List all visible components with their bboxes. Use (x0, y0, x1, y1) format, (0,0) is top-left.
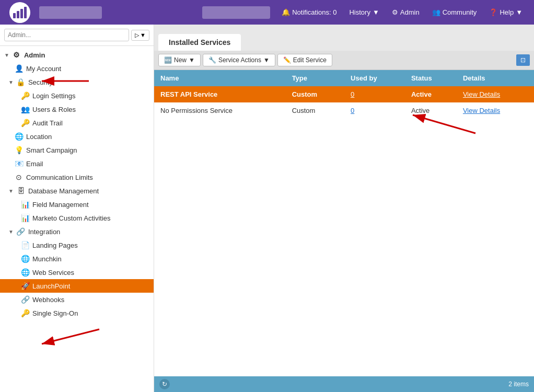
help-chevron-icon: ▼ (516, 8, 523, 16)
admin-nav-item[interactable]: ⚙ Admin (386, 0, 426, 25)
sidebar-login-settings-label: Login Settings (32, 92, 75, 100)
table-body: REST API Service Custom 0 Active View De… (154, 86, 534, 119)
sidebar-item-single-sign-on[interactable]: 🔑 Single Sign-On (0, 306, 154, 320)
status-bar-left: ↻ (159, 379, 170, 389)
sidebar-item-munchkin[interactable]: 🌐 Munchkin (0, 252, 154, 266)
table-row: No Permissions Service Custom 0 Active V… (154, 102, 534, 119)
collapse-arrow-admin: ▼ (4, 52, 9, 58)
sidebar-search-button[interactable]: ▷ ▼ (131, 30, 149, 41)
sso-icon: 🔑 (21, 309, 29, 317)
collapse-arrow-integration: ▼ (8, 229, 14, 235)
installed-services-tab-label: Installed Services (169, 38, 230, 47)
row1-type: Custom (286, 86, 344, 102)
sidebar-landing-pages-label: Landing Pages (32, 241, 78, 249)
sidebar-web-services-label: Web Services (32, 269, 74, 276)
new-chevron: ▼ (189, 56, 195, 64)
edit-service-button[interactable]: ✏️ Edit Service (277, 54, 332, 66)
sidebar-item-webhooks[interactable]: 🔗 Webhooks (0, 293, 154, 306)
col-name: Name (154, 70, 286, 86)
sidebar-item-database-management[interactable]: ▼ 🗄 Database Management (0, 184, 154, 198)
edit-service-icon: ✏️ (283, 56, 291, 64)
notifications-nav-item[interactable]: 🔔 Notifications: 0 (275, 0, 343, 25)
content-tab-bar: Installed Services (154, 25, 534, 51)
service-actions-button[interactable]: 🔧 Service Actions ▼ (203, 54, 275, 66)
sidebar-item-landing-pages[interactable]: 📄 Landing Pages (0, 238, 154, 252)
notification-icon: 🔔 (282, 8, 290, 16)
comm-icon: ⊙ (15, 173, 23, 181)
sidebar: ▷ ▼ ▼ ⚙ Admin 👤 My Account ▼ (0, 25, 154, 392)
sidebar-item-admin[interactable]: ▼ ⚙ Admin (0, 48, 154, 62)
new-button[interactable]: 🆕 New ▼ (158, 54, 201, 66)
sidebar-db-management-label: Database Management (28, 187, 99, 195)
logo-bar-4 (24, 7, 27, 18)
refresh-button[interactable]: ↻ (159, 379, 170, 389)
row1-used-by-link[interactable]: 0 (351, 90, 354, 98)
edit-service-label: Edit Service (293, 56, 327, 64)
logo (5, 0, 34, 25)
sidebar-item-login-settings[interactable]: 🔑 Login Settings (0, 89, 154, 102)
new-icon: 🆕 (164, 56, 172, 64)
blurred-nav-area (202, 6, 270, 19)
notifications-label: Notifications: 0 (292, 8, 336, 16)
community-nav-item[interactable]: 👥 Community (426, 0, 483, 25)
activities-icon: 📊 (21, 214, 29, 222)
service-actions-chevron: ▼ (263, 56, 270, 64)
key-icon: 🔑 (21, 91, 29, 100)
row1-details: View Details (457, 86, 534, 102)
gear-icon: ⚙ (392, 8, 398, 16)
row1-status: Active (405, 86, 457, 102)
main-layout: ▷ ▼ ▼ ⚙ Admin 👤 My Account ▼ (0, 25, 534, 392)
gear-icon: ⚙ (13, 51, 21, 59)
collapse-arrow-db: ▼ (8, 188, 14, 194)
sidebar-search-area: ▷ ▼ (0, 25, 154, 46)
integration-icon: 🔗 (17, 227, 25, 236)
help-label: Help (500, 8, 514, 16)
sidebar-location-label: Location (26, 133, 52, 141)
help-icon: ❓ (489, 8, 497, 16)
collapse-button[interactable]: ⊡ (516, 54, 530, 66)
sidebar-item-web-services[interactable]: 🌐 Web Services (0, 266, 154, 279)
content-area: Installed Services 🆕 New ▼ 🔧 Service Act… (154, 25, 534, 392)
sidebar-item-audit-trail[interactable]: 🔑 Audit Trail (0, 116, 154, 130)
sidebar-admin-label: Admin (24, 51, 45, 59)
sidebar-item-marketo-custom-activities[interactable]: 📊 Marketo Custom Activities (0, 211, 154, 225)
sidebar-launchpoint-label: LaunchPoint (32, 282, 70, 290)
sidebar-item-communication-limits[interactable]: ⊙ Communication Limits (0, 170, 154, 184)
row1-name: REST API Service (154, 86, 286, 102)
new-label: New (174, 56, 187, 64)
sidebar-item-smart-campaign[interactable]: 💡 Smart Campaign (0, 143, 154, 157)
installed-services-tab[interactable]: Installed Services (158, 34, 241, 51)
sidebar-item-users-roles[interactable]: 👥 Users & Roles (0, 102, 154, 116)
row2-type: Custom (286, 102, 344, 119)
sidebar-item-location[interactable]: 🌐 Location (0, 130, 154, 143)
admin-label: Admin (400, 8, 420, 16)
col-details: Details (457, 70, 534, 86)
sidebar-webhooks-label: Webhooks (32, 296, 64, 304)
audit-icon: 🔑 (21, 119, 29, 127)
sidebar-item-my-account[interactable]: 👤 My Account (0, 62, 154, 75)
web-services-icon: 🌐 (21, 268, 29, 276)
sidebar-item-integration[interactable]: ▼ 🔗 Integration (0, 225, 154, 238)
toolbar: 🆕 New ▼ 🔧 Service Actions ▼ ✏️ Edit Serv… (154, 51, 534, 70)
table-header: Name Type Used by Status Details (154, 70, 534, 86)
sidebar-users-roles-label: Users & Roles (32, 106, 76, 113)
sidebar-field-management-label: Field Management (32, 201, 89, 209)
chevron-down-icon: ▼ (140, 32, 146, 38)
col-type: Type (286, 70, 344, 86)
sidebar-item-field-management[interactable]: 📊 Field Management (0, 198, 154, 211)
table-container: Name Type Used by Status Details REST AP… (154, 70, 534, 376)
row2-view-details-link[interactable]: View Details (463, 107, 500, 114)
row2-name: No Permissions Service (154, 102, 286, 119)
sidebar-search-input[interactable] (4, 29, 129, 41)
sidebar-item-email[interactable]: 📧 Email (0, 157, 154, 170)
help-nav-item[interactable]: ❓ Help ▼ (483, 0, 529, 25)
row1-view-details-link[interactable]: View Details (463, 90, 500, 98)
webhooks-icon: 🔗 (21, 295, 29, 304)
history-nav-item[interactable]: History ▼ (343, 0, 385, 25)
row2-used-by-link[interactable]: 0 (351, 107, 354, 114)
sidebar-marketo-custom-label: Marketo Custom Activities (32, 214, 111, 222)
sidebar-item-launchpoint[interactable]: 🚀 LaunchPoint (0, 279, 154, 293)
sidebar-comm-limits-label: Communication Limits (26, 174, 93, 181)
sidebar-my-account-label: My Account (26, 65, 61, 73)
sidebar-item-security[interactable]: ▼ 🔒 Security (0, 75, 154, 89)
